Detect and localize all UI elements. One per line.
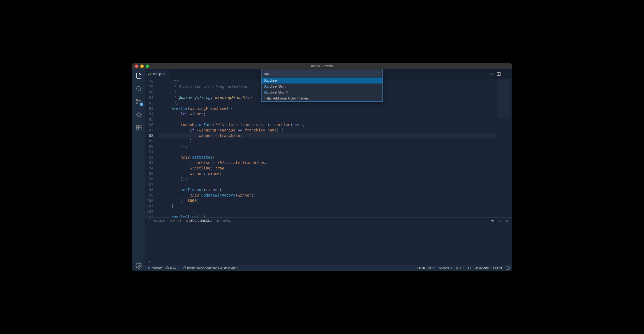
panel-body[interactable] <box>145 224 512 258</box>
status-branch[interactable]: master* <box>147 266 162 269</box>
search-icon[interactable] <box>135 85 143 92</box>
window-title: app.js — demo <box>132 64 512 68</box>
status-problems[interactable]: 0 1 <box>166 266 179 269</box>
svg-point-24 <box>148 268 149 269</box>
scm-badge: 2 <box>140 102 143 106</box>
command-palette-item[interactable]: Sapphire (Dim) <box>262 84 382 89</box>
close-window-button[interactable] <box>135 65 138 68</box>
status-blame[interactable]: Blame Wade Anderson ( 38 days ago ) <box>183 266 238 269</box>
explorer-icon[interactable] <box>135 72 143 79</box>
command-palette-item[interactable]: Install Additional Color Themes... <box>262 95 382 101</box>
svg-point-25 <box>150 267 150 268</box>
status-eol[interactable]: LF <box>468 266 472 269</box>
svg-point-3 <box>137 103 138 104</box>
source-control-icon[interactable]: 2 <box>135 98 143 105</box>
settings-gear-icon[interactable] <box>135 263 143 271</box>
status-eslint[interactable]: ESLint <box>493 266 502 269</box>
svg-rect-9 <box>139 125 141 127</box>
panel-maximize-icon[interactable] <box>498 219 501 223</box>
panel-filter-icon[interactable] <box>491 219 494 223</box>
debug-console-prompt[interactable]: › <box>145 258 512 265</box>
minimize-window-button[interactable] <box>140 65 144 68</box>
svg-point-2 <box>137 99 138 101</box>
svg-point-17 <box>508 74 508 74</box>
svg-rect-6 <box>136 125 139 127</box>
svg-point-0 <box>137 86 140 90</box>
status-feedback-icon[interactable] <box>506 266 510 270</box>
svg-point-31 <box>183 267 186 269</box>
line-gutter: 7879808182838485868788899091929394959697… <box>145 79 159 217</box>
panel-tab-output[interactable]: OUTPUT <box>170 219 182 224</box>
bottom-panel: PROBLEMSOUTPUTDEBUG CONSOLETERMINAL › <box>145 217 512 265</box>
command-palette-list: SapphireSapphire (Dim)Sapphire (Bright)I… <box>262 78 382 101</box>
panel-tab-terminal[interactable]: TERMINAL <box>217 219 231 224</box>
panel-tab-debug-console[interactable]: DEBUG CONSOLE <box>186 219 212 224</box>
svg-rect-7 <box>136 128 139 130</box>
split-editor-icon[interactable] <box>497 72 501 76</box>
svg-point-15 <box>505 74 506 74</box>
command-palette: SapphireSapphire (Dim)Sapphire (Bright)I… <box>261 69 383 102</box>
panel-close-icon[interactable] <box>505 219 508 223</box>
status-indentation[interactable]: Spaces: 4 <box>439 266 452 269</box>
titlebar: app.js — demo <box>132 63 512 69</box>
minimap[interactable] <box>495 79 512 217</box>
editor-window: app.js — demo 2 <box>132 63 512 271</box>
extensions-icon[interactable] <box>135 124 143 131</box>
svg-line-1 <box>140 90 141 91</box>
svg-rect-11 <box>489 73 490 75</box>
panel-tab-problems[interactable]: PROBLEMS <box>149 219 165 224</box>
svg-rect-12 <box>491 73 492 75</box>
command-palette-item[interactable]: Sapphire (Bright) <box>262 89 382 95</box>
status-cursor-position[interactable]: Ln 88, Col 36 <box>417 266 435 269</box>
status-encoding[interactable]: UTF-8 <box>456 266 464 269</box>
svg-point-4 <box>140 101 141 102</box>
status-language[interactable]: JavaScript <box>475 266 489 269</box>
compare-changes-icon[interactable] <box>488 72 493 76</box>
js-file-icon: JS <box>148 72 151 75</box>
more-actions-icon[interactable] <box>505 72 509 76</box>
svg-point-23 <box>148 267 149 267</box>
tab-app-js[interactable]: JS app.js × <box>145 69 170 79</box>
activity-bar: 2 <box>132 69 145 271</box>
command-palette-item[interactable]: Sapphire <box>262 78 382 84</box>
svg-rect-8 <box>139 128 141 130</box>
tab-close-icon[interactable]: × <box>163 72 167 76</box>
svg-point-30 <box>175 269 175 269</box>
tab-label: app.js <box>153 72 162 76</box>
svg-point-16 <box>507 74 507 74</box>
command-palette-input[interactable] <box>263 70 381 76</box>
debug-icon[interactable] <box>135 111 143 118</box>
traffic-lights <box>132 65 149 68</box>
svg-point-10 <box>138 265 140 266</box>
maximize-window-button[interactable] <box>146 65 149 68</box>
status-bar: master* 0 1 Blame Wade Anderson ( 38 day… <box>145 265 512 271</box>
